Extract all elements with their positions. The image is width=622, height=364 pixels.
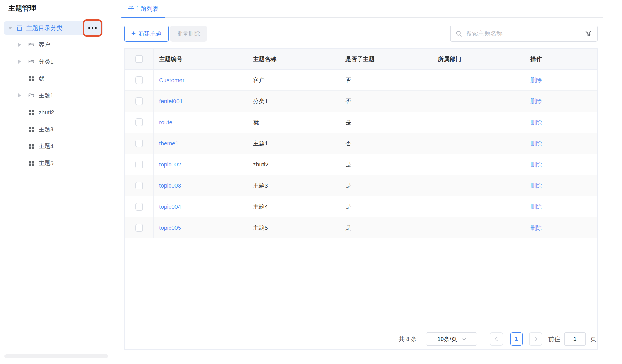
table-row: topic003主题3是删除 (125, 175, 597, 196)
topic-code-link[interactable]: route (159, 119, 172, 126)
goto-page-input[interactable] (564, 332, 586, 346)
annotation-highlight-ring (83, 19, 102, 37)
grid-icon (28, 109, 35, 116)
tree-item[interactable]: 分类1 (0, 54, 109, 69)
topic-name-cell: 主题1 (247, 133, 340, 154)
delete-link[interactable]: 删除 (530, 97, 542, 105)
topic-name-cell: zhuti2 (247, 154, 340, 175)
delete-link[interactable]: 删除 (530, 161, 542, 168)
tree-root-item[interactable]: 主题目录分类 (4, 21, 103, 35)
horizontal-scrollbar[interactable] (4, 354, 108, 358)
topic-code-link[interactable]: theme1 (159, 140, 179, 147)
row-checkbox-cell (125, 175, 154, 196)
delete-link[interactable]: 删除 (530, 203, 542, 211)
tree-item[interactable]: 主题3 (0, 122, 109, 137)
topic-code-link[interactable]: topic003 (159, 182, 181, 189)
delete-link[interactable]: 删除 (530, 76, 542, 84)
search-icon (455, 30, 463, 37)
tree-item-label: 主题5 (39, 159, 54, 167)
table-row: topic002zhuti2是删除 (125, 154, 597, 175)
tree-item-label: zhuti2 (39, 109, 54, 116)
filter-icon[interactable] (584, 29, 593, 38)
actions-cell: 删除 (525, 196, 597, 217)
delete-link[interactable]: 删除 (530, 224, 542, 232)
department-cell (432, 133, 525, 154)
is-sub-topic-cell: 否 (340, 70, 432, 90)
column-header-issub: 是否子主题 (340, 49, 432, 69)
catalog-box-icon (16, 24, 23, 32)
topic-code-cell: route (154, 112, 247, 133)
grid-icon (28, 75, 35, 82)
topic-code-link[interactable]: Customer (159, 77, 184, 84)
table-header-row: 主题编号 主题名称 是否子主题 所属部门 操作 (125, 49, 597, 70)
is-sub-topic-cell: 是 (340, 175, 432, 196)
tab-sub-topic-list[interactable]: 子主题列表 (121, 0, 165, 18)
caret-right-icon[interactable] (18, 43, 28, 47)
delete-link[interactable]: 删除 (530, 140, 542, 147)
caret-right-icon[interactable] (18, 93, 28, 97)
tree-item[interactable]: 主题1 (0, 88, 109, 103)
topic-name-cell: 分类1 (247, 91, 340, 112)
more-actions-button[interactable] (86, 22, 99, 34)
caret-down-icon[interactable] (8, 27, 12, 29)
table-row: topic004主题4是删除 (125, 196, 597, 217)
grid-icon (28, 126, 35, 133)
caret-right-icon[interactable] (18, 60, 28, 64)
topic-code-link[interactable]: topic002 (159, 161, 181, 168)
tree-item[interactable]: zhuti2 (0, 105, 109, 120)
column-header-code: 主题编号 (154, 49, 247, 69)
row-checkbox[interactable] (135, 140, 143, 147)
next-page-button[interactable] (529, 332, 542, 346)
actions-cell: 删除 (525, 175, 597, 196)
topic-name-cell: 主题5 (247, 217, 340, 238)
page-number-button[interactable]: 1 (510, 332, 523, 346)
row-checkbox[interactable] (135, 118, 143, 126)
select-all-checkbox[interactable] (135, 55, 143, 63)
page-size-select[interactable]: 10条/页 (426, 332, 477, 346)
row-checkbox[interactable] (135, 161, 143, 168)
plus-icon: + (131, 30, 136, 37)
tree-item[interactable]: 主题5 (0, 155, 109, 171)
dot-icon (95, 27, 97, 29)
actions-cell: 删除 (525, 70, 597, 90)
is-sub-topic-cell: 否 (340, 91, 432, 112)
topic-code-cell: Customer (154, 70, 247, 90)
prev-page-button[interactable] (490, 332, 503, 346)
batch-delete-button[interactable]: 批量删除 (170, 26, 207, 42)
topic-code-link[interactable]: topic005 (159, 224, 181, 231)
row-checkbox[interactable] (135, 76, 143, 84)
search-input[interactable] (466, 30, 584, 37)
topic-code-link[interactable]: topic004 (159, 203, 181, 210)
delete-link[interactable]: 删除 (530, 118, 542, 126)
column-header-ops: 操作 (525, 49, 597, 69)
topic-code-cell: topic003 (154, 175, 247, 196)
department-cell (432, 154, 525, 175)
row-checkbox[interactable] (135, 97, 143, 105)
tree-item[interactable]: 就 (0, 71, 109, 86)
topic-name-cell: 主题4 (247, 196, 340, 217)
folder-icon (28, 92, 35, 99)
tree-item-label: 分类1 (39, 58, 54, 65)
row-checkbox[interactable] (135, 182, 143, 189)
table-row: Customer客户否删除 (125, 70, 597, 91)
department-cell (432, 70, 525, 90)
dot-icon (92, 27, 93, 29)
page-unit-label: 页 (590, 335, 596, 343)
department-cell (432, 175, 525, 196)
pagination-bar: 共 8 条 10条/页 1 前往 页 (125, 328, 597, 349)
actions-cell: 删除 (525, 91, 597, 112)
topic-code-link[interactable]: fenlei001 (159, 98, 183, 105)
row-checkbox[interactable] (135, 203, 143, 211)
page-title: 主题管理 (8, 4, 36, 13)
row-checkbox-cell (125, 133, 154, 154)
search-box (450, 26, 598, 42)
row-checkbox[interactable] (135, 224, 143, 232)
row-checkbox-cell (125, 196, 154, 217)
tree-item[interactable]: 客户 (0, 37, 109, 52)
tab-bar: 子主题列表 (121, 0, 603, 18)
tree-item[interactable]: 主题4 (0, 138, 109, 154)
sidebar: 主题管理 主题目录分类 客户分类1就主题1zhuti2主题3主题4主题5 (0, 0, 109, 364)
delete-link[interactable]: 删除 (530, 182, 542, 189)
new-topic-button[interactable]: + 新建主题 (124, 26, 169, 42)
tree-item-label: 主题3 (39, 125, 54, 133)
